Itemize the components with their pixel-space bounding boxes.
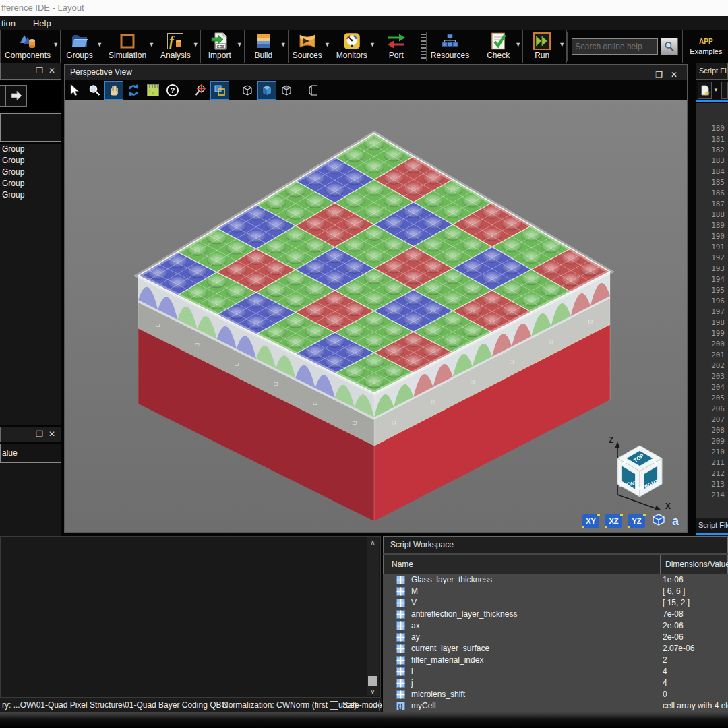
- variable-name: ay: [411, 632, 420, 643]
- script-editor[interactable]: 1801811821831841851861871881891901911921…: [696, 103, 728, 518]
- script-file-tab[interactable]: Script File: [696, 63, 728, 80]
- annotation-toggle-button[interactable]: a: [672, 514, 679, 528]
- workspace-row[interactable]: antireflection_layer_thickness7e-08: [383, 609, 728, 620]
- workspace-row[interactable]: V[ 15, 2 ]: [383, 597, 728, 609]
- close-panel-icon[interactable]: ✕: [49, 429, 55, 439]
- view-yz-button[interactable]: YZ: [628, 514, 645, 528]
- tree-item-group[interactable]: Group: [0, 155, 61, 166]
- menu-bar: tionHelp: [0, 16, 728, 31]
- workspace-row[interactable]: ax2e-06: [383, 620, 728, 632]
- check-button[interactable]: Check▼: [479, 30, 523, 63]
- forward-arrow-button[interactable]: [5, 85, 27, 107]
- detail-view-button[interactable]: [210, 81, 229, 100]
- workspace-row[interactable]: M[ 6, 6 ]: [383, 586, 728, 597]
- view-xy-button[interactable]: XY: [582, 514, 599, 528]
- dropdown-arrow-icon[interactable]: ▼: [96, 41, 102, 48]
- workspace-row[interactable]: current_layer_surface2.07e-06: [383, 643, 728, 655]
- workspace-variable-list: Glass_layer_thickness1e-06M[ 6, 6 ]V[ 15…: [383, 574, 728, 712]
- zoom-extents-button[interactable]: [191, 81, 210, 100]
- import-button[interactable]: GDSImport▼: [201, 30, 245, 63]
- wireframe-cube-button[interactable]: [238, 81, 257, 100]
- float-panel-icon[interactable]: ❐: [36, 66, 43, 75]
- scrollbar-thumb[interactable]: [368, 676, 377, 686]
- workspace-row[interactable]: filter_material_index2: [383, 655, 728, 666]
- line-number: 182: [696, 145, 725, 156]
- workspace-row[interactable]: {}myCellcell array with 4 ele: [383, 700, 728, 712]
- script-file-bottom-tab-label: Script File: [698, 521, 728, 529]
- clipped-left-button[interactable]: [0, 85, 5, 107]
- ruler-button[interactable]: 12: [144, 81, 162, 100]
- menu-item-help[interactable]: Help: [24, 16, 61, 30]
- menu-item-tion[interactable]: tion: [0, 16, 24, 30]
- run-button[interactable]: Run▼: [523, 30, 567, 63]
- solid-cube-button[interactable]: [257, 81, 276, 100]
- groups-button[interactable]: Groups▼: [61, 30, 104, 63]
- column-header-name[interactable]: Name: [392, 555, 413, 574]
- tree-item-group[interactable]: Group: [0, 178, 61, 189]
- vertical-scrollbar[interactable]: ∧ ∨: [367, 537, 379, 696]
- rotate-button[interactable]: [124, 81, 143, 100]
- svg-text:1: 1: [149, 89, 151, 93]
- build-button[interactable]: Build▼: [245, 30, 289, 63]
- column-divider[interactable]: [660, 555, 661, 574]
- script-prompt-panel[interactable]: ∧ ∨: [0, 536, 381, 698]
- column-header-dimensions-value[interactable]: Dimensions/Value: [665, 555, 728, 574]
- help-button[interactable]: ?: [163, 81, 182, 100]
- line-number: 195: [696, 285, 725, 296]
- close-panel-icon[interactable]: ✕: [49, 66, 55, 75]
- orientation-cube-widget[interactable]: ZXTOPFRONTRIGHT: [567, 431, 681, 514]
- line-number: 196: [696, 296, 725, 307]
- components-button[interactable]: Components▼: [1, 30, 61, 63]
- new-script-button[interactable]: [698, 82, 712, 99]
- line-number: 214: [696, 490, 725, 501]
- view-xz-button[interactable]: XZ: [605, 514, 622, 528]
- line-number: 200: [696, 339, 725, 350]
- scroll-up-icon[interactable]: ∧: [367, 537, 379, 547]
- viewport-canvas[interactable]: ZXTOPFRONTRIGHT XY XZ YZ a: [65, 100, 687, 532]
- groups-icon: [70, 32, 89, 51]
- clipped-script-button[interactable]: [721, 82, 728, 99]
- tree-item-group[interactable]: Group: [0, 144, 61, 155]
- section-view-button[interactable]: [305, 81, 324, 100]
- dropdown-arrow-icon[interactable]: ▼: [324, 41, 330, 48]
- build-icon: [254, 32, 273, 51]
- zoom-button[interactable]: [85, 81, 104, 100]
- workspace-row[interactable]: ay2e-06: [383, 632, 728, 643]
- variable-name: current_layer_surface: [411, 643, 489, 655]
- axes-cube-button[interactable]: [651, 513, 666, 529]
- tree-item-group[interactable]: Group: [0, 189, 61, 201]
- properties-panel-titlebar: ❐ ✕: [0, 427, 61, 442]
- float-panel-icon[interactable]: ❐: [36, 429, 43, 439]
- examples-link-button[interactable]: APPExamples: [683, 30, 728, 63]
- workspace-row[interactable]: i4: [383, 666, 728, 677]
- search-input[interactable]: [572, 38, 658, 55]
- toolbar-drag-handle[interactable]: [421, 32, 427, 61]
- dropdown-arrow-icon[interactable]: ▼: [148, 41, 154, 48]
- analysis-button[interactable]: fAnalysis▼: [156, 30, 201, 63]
- dropdown-arrow-icon[interactable]: ▼: [237, 41, 243, 48]
- svg-text:?: ?: [171, 86, 175, 94]
- scroll-down-icon[interactable]: ∨: [367, 686, 379, 696]
- dropdown-arrow-icon[interactable]: ▼: [280, 41, 286, 48]
- resources-button[interactable]: Resources: [427, 30, 479, 63]
- simulation-button[interactable]: Simulation▼: [104, 30, 156, 63]
- sources-button[interactable]: Sources▼: [289, 30, 332, 63]
- search-button[interactable]: [661, 38, 678, 55]
- dropdown-arrow-icon[interactable]: ▼: [53, 41, 59, 48]
- dropdown-arrow-icon[interactable]: ▼: [559, 41, 565, 48]
- monitors-button[interactable]: Monitors▼: [332, 30, 377, 63]
- open-cube-button[interactable]: [277, 81, 296, 100]
- select-cursor-button[interactable]: [65, 81, 84, 100]
- dropdown-arrow-icon[interactable]: ▼: [193, 41, 199, 48]
- tree-item-group[interactable]: Group: [0, 166, 61, 178]
- resources-icon: [440, 32, 459, 51]
- pan-hand-button[interactable]: [104, 81, 123, 100]
- port-button[interactable]: Port: [377, 30, 421, 63]
- workspace-row[interactable]: j4: [383, 677, 728, 689]
- safe-mode-checkbox[interactable]: [330, 701, 338, 710]
- workspace-row[interactable]: Glass_layer_thickness1e-06: [383, 574, 728, 586]
- dropdown-arrow-icon[interactable]: ▼: [713, 87, 719, 93]
- dropdown-arrow-icon[interactable]: ▼: [369, 41, 375, 48]
- dropdown-arrow-icon[interactable]: ▼: [515, 41, 521, 48]
- workspace-row[interactable]: microlens_shift0: [383, 689, 728, 700]
